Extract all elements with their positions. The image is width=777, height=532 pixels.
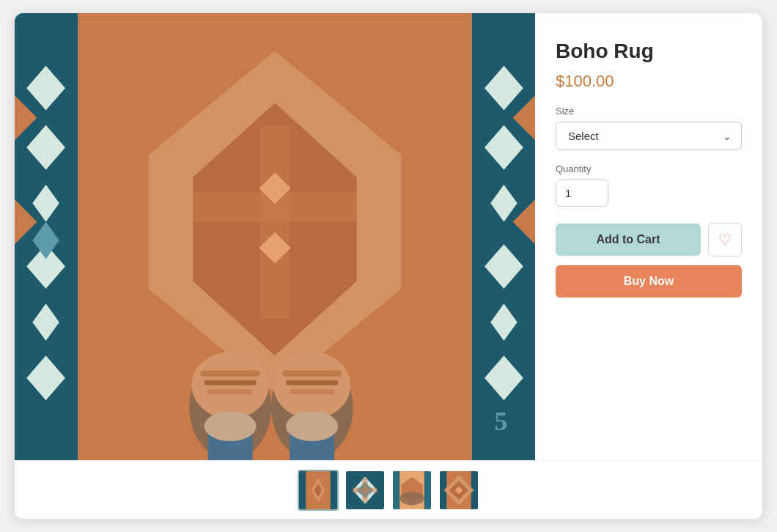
product-info-panel: Boho Rug $100.00 Size Select 2x3 4x6 5x8… [535, 13, 762, 460]
thumbnail-2[interactable] [345, 470, 386, 511]
quantity-input[interactable] [556, 180, 608, 207]
thumbnail-1[interactable] [298, 470, 339, 511]
svg-rect-54 [393, 471, 399, 509]
product-title: Boho Rug [556, 40, 742, 63]
svg-rect-52 [353, 487, 377, 492]
svg-rect-35 [208, 389, 253, 394]
product-price: $100.00 [556, 72, 742, 91]
svg-rect-45 [331, 471, 337, 509]
svg-point-41 [205, 411, 257, 441]
size-select[interactable]: Select 2x3 4x6 5x8 8x10 [556, 122, 742, 150]
quantity-label: Quantity [556, 163, 742, 174]
svg-rect-55 [424, 471, 431, 509]
svg-text:5: 5 [494, 406, 507, 436]
svg-point-42 [286, 411, 338, 441]
size-select-wrapper: Select 2x3 4x6 5x8 8x10 ⌄ [556, 122, 742, 150]
svg-point-57 [399, 491, 424, 505]
svg-rect-37 [286, 380, 338, 385]
svg-point-31 [191, 352, 268, 418]
thumbnails-bar [15, 460, 762, 519]
add-to-cart-button[interactable]: Add to Cart [556, 223, 701, 256]
wishlist-button[interactable]: ♡ [708, 223, 742, 256]
thumbnail-4[interactable] [438, 470, 479, 511]
svg-rect-33 [201, 371, 260, 377]
svg-rect-36 [282, 371, 342, 377]
svg-rect-44 [299, 471, 306, 509]
size-label: Size [556, 106, 742, 117]
svg-rect-34 [205, 380, 257, 385]
product-card: 5 [15, 13, 762, 519]
main-area: 5 [15, 13, 762, 460]
svg-rect-38 [290, 389, 334, 394]
heart-icon: ♡ [718, 231, 732, 248]
svg-point-32 [273, 352, 350, 418]
actions-row: Add to Cart ♡ [556, 223, 742, 256]
thumbnail-3[interactable] [391, 470, 432, 511]
product-image-container: 5 [15, 13, 535, 460]
buy-now-button[interactable]: Buy Now [556, 265, 742, 298]
